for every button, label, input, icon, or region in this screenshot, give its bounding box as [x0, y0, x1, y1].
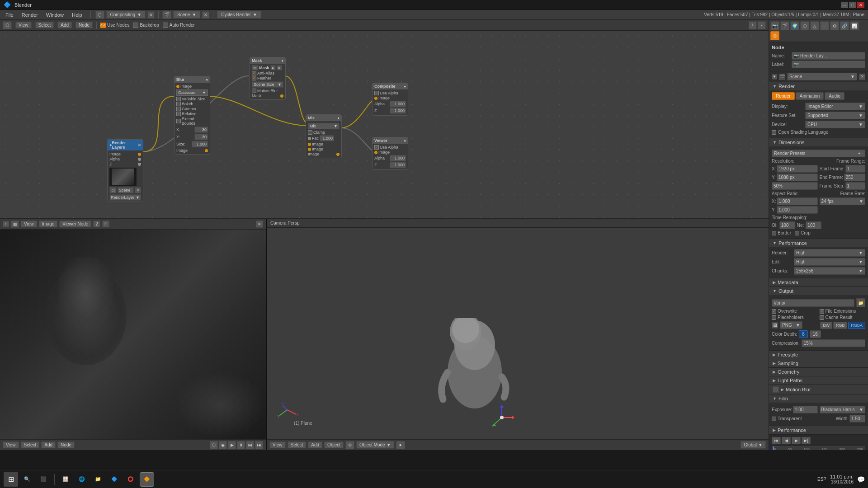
lv-view-btn2[interactable]: View: [3, 441, 19, 448]
viewport-3d-canvas[interactable]: X Z Y (1) Plane: [267, 228, 769, 439]
aspect-y[interactable]: 1.000: [777, 206, 818, 214]
lv-select-btn[interactable]: Select: [21, 441, 40, 448]
fps-dropdown[interactable]: 24 fps ▼: [820, 197, 866, 205]
workspace-close[interactable]: ✕: [147, 11, 155, 19]
exposure-field[interactable]: 1.00: [793, 406, 817, 413]
sampling-header[interactable]: ▶ Sampling: [769, 359, 868, 367]
compression-field[interactable]: 15%: [802, 339, 865, 347]
node-zoom-out[interactable]: -: [758, 21, 766, 29]
lv-toggle-4[interactable]: ⏸: [237, 441, 245, 449]
dimensions-header[interactable]: ▼ Dimensions: [769, 138, 868, 146]
scene-expand[interactable]: ▼: [772, 74, 777, 80]
motion-blur-header[interactable]: ▶ Motion Blur: [769, 385, 868, 394]
node-node-btn[interactable]: Node: [75, 22, 93, 28]
rgba-btn[interactable]: RGBA: [848, 322, 865, 329]
display-dropdown[interactable]: Image Editor ▼: [805, 103, 865, 110]
light-paths-header[interactable]: ▶ Light Paths: [769, 376, 868, 385]
scene-close[interactable]: ✕: [202, 11, 209, 19]
aspect-x[interactable]: 1.000: [777, 197, 817, 205]
start-btn[interactable]: ⊞: [4, 472, 18, 487]
film-width[interactable]: 1.50: [849, 415, 865, 422]
tab-audio[interactable]: Audio: [825, 92, 844, 100]
taskbar-edge-btn[interactable]: 🔷: [107, 472, 122, 487]
bw-btn[interactable]: BW: [820, 322, 832, 329]
node-select-btn[interactable]: Select: [35, 22, 54, 28]
lv-toggle-6[interactable]: ⏭: [255, 441, 263, 449]
border-checkbox[interactable]: Border: [772, 230, 791, 235]
menu-help[interactable]: Help: [68, 11, 86, 19]
scene-dropdown[interactable]: Scene ▼: [173, 11, 200, 19]
scene-close-btn[interactable]: ✕: [859, 74, 865, 80]
engine-dropdown[interactable]: Cycles Render ▼: [217, 11, 261, 19]
rgb-btn[interactable]: RGB: [833, 322, 848, 329]
left-viewport-canvas[interactable]: [0, 230, 266, 439]
taskbar-ie-btn[interactable]: 🌐: [75, 472, 89, 487]
backdrop-toggle[interactable]: Backdrop: [133, 23, 159, 28]
maximize-btn[interactable]: □: [849, 2, 856, 8]
rp-icon-material[interactable]: 🎨: [770, 31, 779, 40]
transform-gizmo[interactable]: [488, 404, 515, 431]
workspace-dropdown[interactable]: Compositing ▼: [106, 11, 146, 19]
node-editor-type-icon[interactable]: ⬡: [3, 21, 12, 29]
render-perf-dropdown[interactable]: High ▼: [794, 249, 865, 257]
filter-dropdown[interactable]: Blackman-Harris ▼: [820, 406, 866, 413]
performance-header[interactable]: ▶ Performance: [769, 426, 868, 434]
timeline-prev-btn[interactable]: ◀: [782, 437, 791, 444]
start-frame[interactable]: 1: [845, 165, 865, 173]
freestyle-header[interactable]: ▶ Freestyle: [769, 351, 868, 359]
3d-view-btn[interactable]: View: [269, 441, 286, 448]
scene-type-btn[interactable]: 🎬: [162, 11, 171, 19]
chunks-dropdown[interactable]: 256x256 ▼: [794, 267, 865, 275]
taskview-btn[interactable]: ⬛: [36, 472, 51, 487]
node-mix[interactable]: Mix ● Mix▼ Clamp Fac 1.000: [306, 114, 342, 158]
lv-type-btn[interactable]: Viewer Node: [59, 221, 91, 227]
metadata-header[interactable]: ▶ Metadata: [769, 278, 868, 286]
feature-set-dropdown[interactable]: Supported ▼: [805, 112, 865, 119]
node-blur[interactable]: Blur ● Image Gaussian▼ Variable Size: [174, 76, 210, 155]
file-ext-check[interactable]: File Extensions: [820, 309, 866, 314]
overwrite-check[interactable]: Overwrite: [772, 309, 818, 314]
timeline-start-btn[interactable]: ⏮: [772, 437, 781, 444]
node-zoom-in[interactable]: +: [749, 21, 757, 29]
auto-render-toggle[interactable]: Auto Render: [163, 23, 195, 28]
rp-icon-scene[interactable]: 🎬: [780, 21, 789, 30]
rp-icon-camera[interactable]: 📷: [770, 21, 779, 30]
3d-add-btn[interactable]: Add: [308, 441, 322, 448]
film-header[interactable]: ▼ Film: [769, 394, 868, 403]
rp-icon-constraints[interactable]: 🔗: [840, 21, 849, 30]
device-dropdown[interactable]: CPU ▼: [805, 121, 865, 128]
rp-icon-world[interactable]: 🌍: [790, 21, 799, 30]
end-frame[interactable]: 250: [844, 174, 865, 181]
format-dropdown[interactable]: PNG ▼: [780, 321, 802, 329]
menu-file[interactable]: File: [2, 11, 17, 19]
rp-icon-obj[interactable]: ⬡: [800, 21, 809, 30]
lv-add-btn[interactable]: Add: [41, 441, 56, 448]
minimize-btn[interactable]: —: [841, 2, 848, 8]
frame-step[interactable]: 1: [845, 182, 865, 190]
cache-result-check[interactable]: Cache Result: [820, 315, 866, 320]
rp-icon-mesh[interactable]: △: [810, 21, 819, 30]
use-nodes-toggle[interactable]: ✓ Use Nodes: [100, 23, 129, 28]
search-btn[interactable]: 🔍: [20, 472, 34, 487]
cd-8-btn[interactable]: 8: [799, 330, 808, 338]
tab-animation[interactable]: Animation: [796, 92, 824, 100]
lv-toggle-5[interactable]: ⏮: [246, 441, 254, 449]
editor-type-btn[interactable]: ⬡: [95, 11, 104, 19]
3d-cursor-btn[interactable]: ⊕: [345, 441, 354, 449]
taskbar-windows-btn[interactable]: 🪟: [58, 472, 73, 487]
node-viewer[interactable]: Viewer ● Use Alpha Image Alpha: [372, 137, 408, 170]
output-header[interactable]: ▼ Output: [769, 287, 868, 295]
node-name-field[interactable]: 📷 Render Lay...: [792, 52, 865, 60]
global-dropdown[interactable]: Global ▼: [741, 441, 766, 449]
menu-window[interactable]: Window: [42, 11, 67, 19]
lv-view-btn[interactable]: View: [21, 221, 37, 227]
output-path[interactable]: //tmp/: [772, 299, 854, 307]
taskbar-blender-btn[interactable]: 🔶: [140, 472, 154, 487]
node-add-btn[interactable]: Add: [57, 22, 72, 28]
3d-viewport-shading[interactable]: ●: [396, 441, 405, 449]
3d-select-btn[interactable]: Select: [288, 441, 307, 448]
3d-mode-dropdown[interactable]: Object Mode ▼: [356, 441, 394, 449]
node-render-layers[interactable]: ● Render Layers ✕ Image Alpha: [107, 139, 143, 202]
lv-toggle-1[interactable]: ⬡: [210, 441, 218, 449]
lv-type-icon[interactable]: ▦: [11, 221, 19, 228]
